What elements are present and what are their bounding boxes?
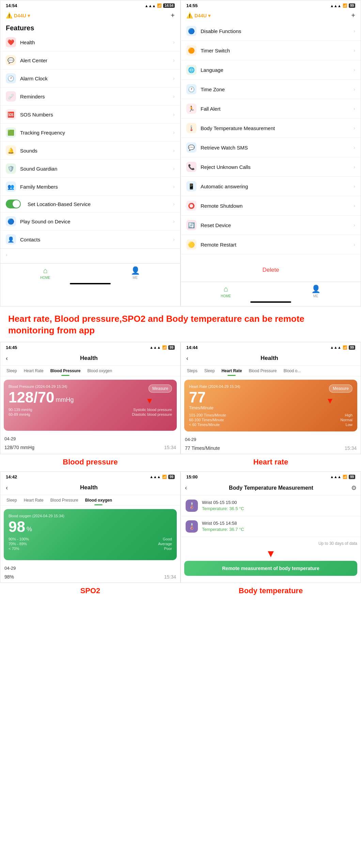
bo-range3-label: Poor: [164, 547, 172, 551]
bo-back-button[interactable]: ‹: [6, 484, 8, 491]
hr-range3: < 60 Times/Minute Low: [189, 423, 352, 427]
hr-ranges: 101-200 Times/Minute High 60-100 Times/M…: [189, 413, 352, 427]
tab-heartrate-bo[interactable]: Heart Rate: [20, 495, 47, 505]
battery-icon-right: 99: [349, 3, 355, 8]
settings-item[interactable]: 💬 Retrieve Watch SMS ›: [181, 138, 361, 157]
chevron-icon: ›: [354, 184, 355, 189]
hr-back-button[interactable]: ‹: [186, 355, 188, 362]
right-time: 14:55: [186, 3, 198, 8]
delete-button[interactable]: Delete: [181, 261, 361, 279]
hr-measure-button[interactable]: Measure: [329, 384, 352, 393]
settings-item[interactable]: 🏃 Fall Alert ›: [181, 99, 361, 119]
location-label: Set Location-Based Service: [28, 201, 91, 207]
fallalert-label: Fall Alert: [201, 106, 220, 112]
tab-home-left[interactable]: ⌂ HOME: [0, 266, 90, 280]
menu-item[interactable]: 🔵 Play Sound on Device ›: [0, 212, 180, 231]
tab-sleep-hr[interactable]: Sleep: [201, 366, 218, 376]
autoanswer-label: Automatic answering: [201, 184, 248, 189]
chevron-icon: ›: [173, 94, 175, 99]
bp-tabs: Sleep Heart Rate Blood Pressure Blood ox…: [0, 366, 180, 376]
menu-item[interactable]: Set Location-Based Service ›: [0, 196, 180, 212]
brand-name-left: D44U: [14, 13, 26, 18]
bp-wifi: 📶: [162, 345, 167, 350]
health-icon: ❤️: [6, 37, 16, 47]
tab-heartrate-hr[interactable]: Heart Rate: [218, 366, 245, 376]
bp-ranges: 90-139 mmHg Systolic blood pressure 60-8…: [9, 408, 172, 416]
bp-measure-button[interactable]: Measure: [148, 384, 172, 393]
settings-item[interactable]: 🔵 Disable Functions ›: [181, 21, 361, 41]
bodytemp-icon: 🌡️: [186, 123, 197, 133]
menu-item[interactable]: ❤️ Health ›: [0, 33, 180, 51]
bo-unit: %: [27, 526, 32, 532]
settings-item[interactable]: 🕐 Time Zone ›: [181, 80, 361, 99]
add-button-left[interactable]: +: [171, 12, 175, 19]
settings-item[interactable]: 🟡 Remote Restart ›: [181, 235, 361, 254]
settings-item[interactable]: 🌐 Language ›: [181, 60, 361, 80]
tab-bp-hr[interactable]: Blood Pressure: [245, 366, 280, 376]
rejectcalls-label: Reject Unknown Calls: [201, 164, 251, 170]
disable-label: Disable Functions: [201, 28, 241, 34]
menu-item[interactable]: 🛡️ Sound Guardian ›: [0, 160, 180, 178]
tab-me-right[interactable]: 👤 ME: [271, 285, 361, 298]
me-icon-right: 👤: [311, 285, 320, 294]
tab-bloodoxygen-bo[interactable]: Blood oxygen: [82, 495, 115, 505]
settings-item[interactable]: 🔄 Reset Device ›: [181, 216, 361, 235]
bp-back-button[interactable]: ‹: [6, 355, 8, 362]
remote-measure-button[interactable]: Remote measurement of body temperature: [184, 561, 357, 576]
left-nav-bar: ⚠️ D44U ▾ +: [0, 10, 180, 21]
add-button-right[interactable]: +: [351, 12, 355, 19]
bo-ranges: 90% - 100% Good 70% - 89% Average < 70% …: [9, 537, 172, 551]
health-section: 14:45 ▲▲▲ 📶 99 ‹ Health Sleep Heart Rate…: [0, 342, 361, 600]
banner-heading: Heart rate, Blood pressure,SPO2 and Body…: [8, 313, 353, 336]
menu-item[interactable]: 🩹 Reminders ›: [0, 88, 180, 106]
bp-status-bar: 14:45 ▲▲▲ 📶 99: [0, 342, 180, 351]
bp-battery: 99: [168, 345, 175, 350]
tab-heartrate-bp[interactable]: Heart Rate: [20, 366, 47, 376]
settings-item[interactable]: 📱 Automatic answering ›: [181, 177, 361, 196]
settings-item[interactable]: 🟠 Timer Switch ›: [181, 41, 361, 60]
menu-item[interactable]: 🆘 SOS Numbers ›: [0, 106, 180, 124]
menu-item[interactable]: 👥 Family Members ›: [0, 178, 180, 196]
tab-home-right[interactable]: ⌂ HOME: [181, 285, 271, 298]
tab-bo-hr[interactable]: Blood o...: [280, 366, 304, 376]
settings-item[interactable]: 🌡️ Body Temperature Measurement ›: [181, 119, 361, 138]
bo-range1: 90% - 100% Good: [9, 537, 172, 541]
location-toggle[interactable]: [6, 200, 21, 208]
gear-icon[interactable]: ⚙: [351, 484, 357, 492]
tab-sleep-bo[interactable]: Sleep: [3, 495, 20, 505]
me-label-left: ME: [133, 276, 138, 280]
tab-me-left[interactable]: 👤 ME: [90, 266, 180, 280]
chevron-icon: ›: [173, 148, 175, 153]
settings-item[interactable]: ⭕ Remote Shutdown ›: [181, 196, 361, 216]
days-label: Up to 30 days of data: [184, 541, 357, 546]
chevron-icon: ›: [173, 219, 175, 224]
menu-item[interactable]: 🟩 Tracking Frequency ›: [0, 124, 180, 142]
chevron-icon: ›: [354, 222, 355, 228]
right-status-icons: ▲▲▲ 📶 99: [330, 3, 355, 8]
bt-back-button[interactable]: ‹: [185, 484, 187, 491]
right-nav-bar: ⚠️ D44U ▾ +: [181, 10, 361, 21]
tab-bp-bo[interactable]: Blood Pressure: [47, 495, 82, 505]
temp-record-1: 🌡️ Wrist 05-15 15:00 Temperature: 36.5 °…: [181, 495, 361, 516]
wifi-icon-right: 📶: [343, 3, 347, 8]
hr-tabs: Steps Sleep Heart Rate Blood Pressure Bl…: [181, 366, 361, 376]
bo-signal: ▲▲▲: [150, 475, 161, 479]
sounds-label: Sounds: [20, 148, 37, 154]
chevron-icon: ›: [173, 40, 175, 45]
menu-item[interactable]: 💬 Alert Center ›: [0, 51, 180, 69]
tab-bloodpressure-bp[interactable]: Blood Pressure: [47, 366, 84, 376]
bp-record-row: 128/70 mmHg 15:34: [0, 442, 180, 453]
settings-item[interactable]: 📞 Reject Unknown Calls ›: [181, 157, 361, 177]
bp-range2-value: 60-89 mmHg: [9, 412, 30, 416]
tab-sleep-bp[interactable]: Sleep: [3, 366, 20, 376]
brand-icon-right: ⚠️: [186, 12, 193, 19]
hr-label-text: Heart rate: [253, 458, 288, 466]
tab-bloodoxygen-bp[interactable]: Blood oxygen: [84, 366, 115, 376]
menu-item[interactable]: 👤 Contacts ›: [0, 231, 180, 249]
menu-item[interactable]: 🕐 Alarm Clock ›: [0, 69, 180, 88]
menu-item[interactable]: 🔔 Sounds ›: [0, 142, 180, 160]
tab-steps-hr[interactable]: Steps: [184, 366, 201, 376]
language-label: Language: [201, 67, 223, 73]
hr-card-title: Heart Rate (2024-04-29 15:34): [189, 384, 352, 389]
hr-card: Heart Rate (2024-04-29 15:34) 77 Times/M…: [184, 380, 357, 431]
